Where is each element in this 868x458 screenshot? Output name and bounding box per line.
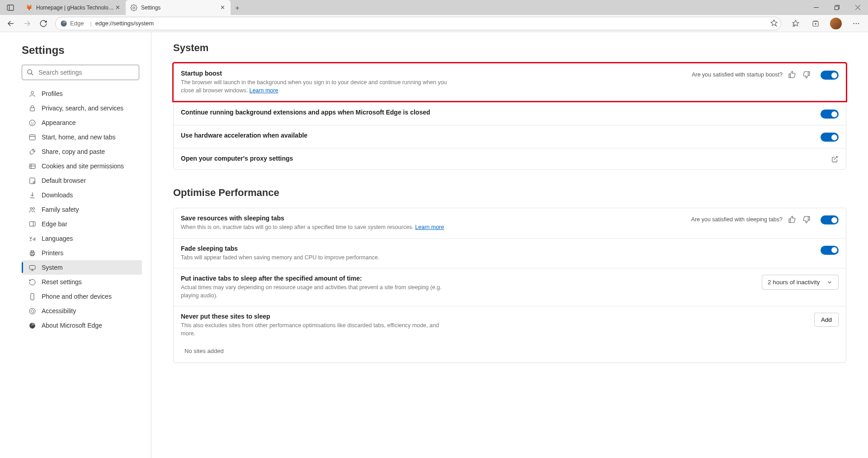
sidebar-item-label: Downloads [42, 191, 73, 199]
row-never-sleep: Never put these sites to sleep This also… [174, 306, 846, 344]
sidebar-item-languages[interactable]: Languages [22, 231, 142, 246]
svg-point-35 [30, 207, 32, 209]
sidebar-item-label: Appearance [42, 119, 76, 126]
svg-rect-28 [29, 164, 35, 168]
sidebar-item-start-home-and-new-tabs[interactable]: Start, home, and new tabs [22, 130, 142, 144]
thumbs-up-icon[interactable] [787, 215, 797, 224]
nav-icon [28, 162, 36, 170]
sidebar-item-label: Phone and other devices [42, 293, 112, 300]
nav-icon [28, 90, 36, 98]
svg-point-21 [31, 91, 33, 94]
sidebar-item-downloads[interactable]: Downloads [22, 188, 142, 202]
fade-sleeping-toggle[interactable] [821, 246, 839, 255]
sidebar-item-label: About Microsoft Edge [42, 322, 102, 329]
background-apps-toggle[interactable] [821, 110, 839, 119]
sidebar-item-edge-bar[interactable]: Edge bar [22, 217, 142, 231]
sidebar-item-share-copy-and-paste[interactable]: Share, copy and paste [22, 144, 142, 159]
setting-label: Never put these sites to sleep [181, 313, 807, 320]
sidebar-item-accessibility[interactable]: Accessibility [22, 304, 142, 318]
feedback-text: Are you satisfied with startup boost? [692, 72, 783, 78]
sidebar-item-label: Profiles [42, 90, 63, 97]
sidebar-item-family-safety[interactable]: Family safety [22, 202, 142, 217]
setting-label: Save resources with sleeping tabs [181, 215, 684, 222]
svg-point-19 [28, 70, 32, 74]
svg-point-2 [133, 7, 135, 9]
learn-more-link[interactable]: Learn more [249, 87, 278, 94]
window-close-button[interactable] [847, 0, 868, 15]
svg-point-23 [29, 120, 35, 126]
sidebar-item-label: Edge bar [42, 220, 67, 228]
performance-card: Save resources with sleeping tabs When t… [173, 208, 846, 363]
svg-rect-45 [30, 293, 33, 300]
settings-nav: ProfilesPrivacy, search, and servicesApp… [22, 86, 142, 333]
sidebar-item-phone-and-other-devices[interactable]: Phone and other devices [22, 289, 142, 304]
close-icon[interactable]: ✕ [114, 4, 121, 11]
search-settings-input[interactable] [22, 65, 139, 80]
svg-point-24 [31, 122, 32, 122]
sidebar-item-about-microsoft-edge[interactable]: About Microsoft Edge [22, 318, 142, 333]
new-tab-button[interactable]: + [231, 1, 244, 15]
nav-icon [28, 278, 36, 286]
sleeping-tabs-toggle[interactable] [821, 215, 839, 224]
more-button[interactable] [847, 15, 865, 32]
sidebar-item-label: Cookies and site permissions [42, 162, 124, 170]
forward-button[interactable] [19, 15, 35, 32]
profile-avatar[interactable] [830, 18, 842, 29]
startup-boost-toggle[interactable] [821, 71, 839, 80]
setting-desc: The browser will launch in the backgroun… [181, 79, 452, 95]
tab-ghacks[interactable]: 🦊 Homepage | gHacks Technology ✕ [21, 0, 126, 15]
learn-more-link[interactable]: Learn more [415, 224, 444, 230]
sidebar-item-default-browser[interactable]: Default browser [22, 173, 142, 188]
toolbar: Edge | edge://settings/system [0, 15, 868, 32]
setting-label: Fade sleeping tabs [181, 245, 813, 252]
row-hardware-accel: Use hardware acceleration when available [174, 125, 846, 148]
sleep-timeout-select[interactable]: 2 hours of inactivity [762, 275, 839, 290]
sidebar-item-privacy-search-and-services[interactable]: Privacy, search, and services [22, 101, 142, 115]
sidebar-item-profiles[interactable]: Profiles [22, 86, 142, 101]
minimize-button[interactable] [806, 0, 826, 15]
sidebar-item-reset-settings[interactable]: Reset settings [22, 275, 142, 289]
maximize-button[interactable] [826, 0, 847, 15]
svg-point-47 [29, 308, 35, 314]
hardware-accel-toggle[interactable] [821, 133, 839, 142]
setting-label: Startup boost [181, 70, 684, 77]
svg-rect-41 [31, 253, 33, 255]
setting-label: Use hardware acceleration when available [181, 132, 813, 139]
thumbs-up-icon[interactable] [787, 70, 797, 80]
svg-point-32 [33, 181, 34, 183]
svg-line-10 [776, 25, 777, 26]
svg-rect-42 [29, 265, 35, 269]
back-button[interactable] [3, 15, 19, 32]
svg-point-25 [33, 122, 33, 122]
collections-icon[interactable] [807, 15, 825, 32]
sidebar-item-printers[interactable]: Printers [22, 246, 142, 260]
refresh-button[interactable] [35, 15, 52, 32]
svg-rect-37 [29, 221, 35, 226]
no-sites-text: No sites added [174, 344, 846, 363]
row-startup-boost: Startup boost The browser will launch in… [172, 62, 847, 102]
tab-strip: 🦊 Homepage | gHacks Technology ✕ Setting… [21, 0, 244, 15]
nav-icon [28, 263, 36, 272]
thumbs-down-icon[interactable] [802, 215, 811, 224]
tab-title: Settings [141, 5, 219, 11]
read-aloud-icon[interactable] [765, 15, 783, 32]
favorites-icon[interactable] [787, 15, 805, 32]
tab-actions-button[interactable] [0, 0, 21, 15]
nav-icon [28, 205, 36, 214]
setting-desc: Tabs will appear faded when saving memor… [181, 254, 452, 262]
setting-desc: When this is on, inactive tabs will go t… [181, 224, 452, 232]
setting-label: Open your computer's proxy settings [181, 155, 823, 162]
close-icon[interactable]: ✕ [219, 4, 226, 11]
tab-settings[interactable]: Settings ✕ [126, 0, 231, 15]
nav-icon [28, 148, 36, 156]
add-site-button[interactable]: Add [814, 313, 839, 327]
nav-icon [28, 234, 36, 243]
address-bar[interactable]: Edge | edge://settings/system [55, 17, 781, 30]
edge-logo-icon [60, 20, 67, 27]
sidebar-item-system[interactable]: System [22, 260, 142, 275]
feedback-text: Are you satisfied with sleeping tabs? [691, 216, 783, 223]
row-proxy-settings[interactable]: Open your computer's proxy settings [174, 148, 846, 169]
thumbs-down-icon[interactable] [802, 70, 811, 80]
sidebar-item-cookies-and-site-permissions[interactable]: Cookies and site permissions [22, 159, 142, 173]
sidebar-item-appearance[interactable]: Appearance [22, 115, 142, 130]
